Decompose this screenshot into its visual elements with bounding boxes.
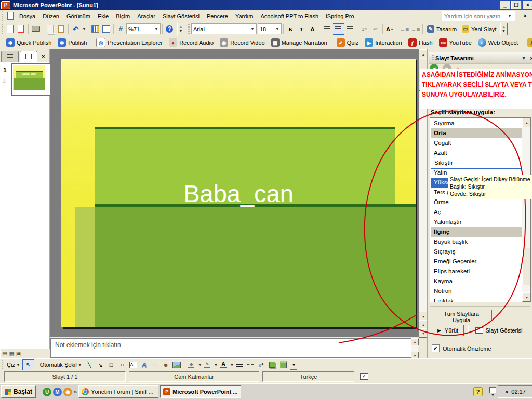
slide-title[interactable]: Baba_can (61, 179, 416, 208)
record-video-button[interactable]: ◉Record Video (217, 37, 268, 48)
menu-gorunum[interactable]: Görünüm (63, 11, 94, 21)
line-color-button[interactable]: ✎ (202, 360, 213, 370)
menu-duzen[interactable]: Düzen (39, 11, 63, 21)
notes-scroll-up[interactable]: ▲ (411, 338, 419, 345)
undo-dropdown-icon[interactable]: ▼ (82, 26, 86, 31)
list-item[interactable]: Büyük başlık (431, 237, 525, 247)
list-item[interactable]: Kayma (431, 276, 525, 286)
toolbar-grip[interactable] (2, 24, 3, 34)
presentation-explorer-button[interactable]: ◎Presentation Explorer (93, 37, 166, 48)
task-pane-close-icon[interactable]: × (530, 55, 532, 61)
diagram-icon[interactable]: ∴ (150, 360, 161, 370)
undo-icon[interactable]: ↶ (70, 24, 81, 34)
notes-box[interactable]: Not eklemek için tıklatın (50, 338, 412, 358)
tray-window-icon[interactable]: ▼ (489, 387, 496, 397)
list-scroll-down[interactable]: ▼ (522, 292, 531, 302)
increase-font-button[interactable]: A▲ (384, 24, 395, 34)
list-scroll-up[interactable]: ▲ (522, 118, 531, 127)
menu-bicim[interactable]: Biçim (112, 11, 134, 21)
apply-all-button[interactable]: Tüm Slaytlara Uygula (431, 310, 492, 321)
fill-color-button[interactable]: ◆ (186, 360, 197, 370)
font-size-select[interactable]: 18▼ (258, 23, 282, 34)
font-name-select[interactable]: Arial▼ (191, 23, 257, 34)
powerpoint-app-icon[interactable]: P (1, 1, 10, 9)
list-item[interactable]: Çoğalt (431, 138, 525, 148)
normal-view-button[interactable]: ▤ (2, 350, 7, 357)
list-scroll-thumb[interactable] (522, 248, 531, 285)
font-color-button[interactable]: A (218, 360, 229, 370)
align-center-button[interactable] (332, 23, 344, 35)
zoom-select[interactable]: %71▼ (126, 23, 161, 34)
list-item[interactable]: Elips hareketi (431, 267, 525, 276)
auto-preview-checkbox[interactable]: ✓ (432, 344, 440, 352)
menu-dosya[interactable]: Dosya (16, 11, 39, 21)
slide-canvas[interactable]: Baba_can (61, 59, 416, 327)
quick-launch-icon-2[interactable]: M (53, 388, 62, 396)
wordart-icon[interactable]: A (139, 360, 150, 370)
menu-slayt-gosterisi[interactable]: Slayt Gösterisi (159, 11, 203, 21)
formatting-toolbar-grip[interactable] (188, 24, 190, 34)
list-item[interactable]: Nötron (431, 286, 525, 296)
document-icon[interactable] (5, 11, 16, 21)
menu-yardim[interactable]: Yardım (232, 11, 257, 21)
record-audio-button[interactable]: ●Record Audio (166, 37, 217, 48)
new-document-icon[interactable] (5, 24, 16, 34)
close-button[interactable]: × (523, 1, 532, 9)
draw-menu-button[interactable]: Çiz▼ (5, 362, 22, 368)
toolbar-split-handle[interactable]: »▼ (177, 23, 184, 35)
quiz-button[interactable]: ✔Quiz (334, 37, 362, 48)
spellcheck-icon[interactable]: ✓ (357, 371, 371, 381)
bold-button[interactable]: K (285, 24, 296, 34)
line-tool-icon[interactable]: ╲ (84, 360, 95, 370)
chart-icon[interactable] (90, 24, 101, 34)
list-item[interactable]: Emeği Geçenler (431, 257, 525, 267)
help-question-input[interactable] (443, 12, 507, 20)
3d-style-button[interactable] (277, 360, 288, 370)
insert-table-icon[interactable] (101, 24, 112, 34)
restore-button[interactable]: ❒ (511, 1, 522, 9)
dash-style-button[interactable] (245, 360, 256, 370)
menu-grip[interactable] (2, 11, 3, 21)
system-tray-clock[interactable]: « 02:17 (498, 385, 532, 398)
align-left-button[interactable] (322, 24, 332, 34)
flash-button[interactable]: fFlash (405, 37, 436, 48)
publish-button[interactable]: ✱Publish (55, 37, 90, 48)
copy-icon[interactable] (45, 24, 56, 34)
zoom-dropdown-icon[interactable]: ▼ (154, 26, 158, 31)
textbox-tool-icon[interactable]: A (128, 360, 139, 370)
italic-button[interactable]: T (296, 24, 307, 34)
taskbar-item-powerpoint[interactable]: P Microsoft PowerPoint ... (160, 385, 241, 398)
underline-button[interactable]: A (307, 24, 318, 34)
start-button[interactable]: Başlat (1, 385, 36, 398)
status-language[interactable]: Türkçe (262, 371, 354, 382)
bullets-button[interactable]: •≡ (370, 24, 381, 34)
line-style-button[interactable] (234, 360, 245, 370)
tray-help-icon[interactable]: ? (473, 387, 483, 396)
toolbar-overflow[interactable]: »▼ (500, 23, 508, 35)
outline-tab[interactable] (1, 51, 19, 62)
drawing-toolbar-overflow[interactable]: ▼ (290, 360, 297, 370)
select-objects-button[interactable]: ↖ (22, 359, 34, 370)
permission-icon[interactable] (16, 24, 26, 34)
clipart-icon[interactable]: ☻ (161, 360, 171, 370)
paste-icon[interactable] (56, 24, 66, 34)
task-pane-dropdown-icon[interactable]: ▼ (522, 56, 526, 61)
font-name-dropdown-icon[interactable]: ▼ (250, 26, 255, 31)
quick-launch-icon-1[interactable]: U (43, 388, 51, 396)
autoshapes-menu-button[interactable]: Otomatik Şekil▼ (38, 362, 84, 368)
shadow-style-button[interactable] (267, 360, 277, 370)
slideshow-view-button[interactable]: ▣ (16, 350, 21, 357)
insert-picture-icon[interactable] (171, 360, 182, 370)
youtube-button[interactable]: YouYouTube (436, 37, 475, 48)
interaction-button[interactable]: ▶Interaction (362, 37, 405, 48)
slide-sorter-button[interactable]: ▦ (9, 350, 14, 357)
fill-color-dropdown-icon[interactable]: ▼ (198, 363, 202, 367)
quick-launch-icon-3[interactable]: ◉ (63, 388, 72, 396)
tray-collapse-icon[interactable]: « (505, 389, 508, 395)
slide-shape-green-lower[interactable] (95, 207, 416, 327)
list-item[interactable]: Azalt (431, 148, 525, 158)
menu-acoolsoft[interactable]: Acoolsoft PPT to Flash (257, 11, 323, 21)
list-item[interactable]: Sıyırma (431, 118, 525, 128)
drawing-toolbar-grip[interactable] (2, 360, 3, 369)
menu-pencere[interactable]: Pencere (203, 11, 232, 21)
